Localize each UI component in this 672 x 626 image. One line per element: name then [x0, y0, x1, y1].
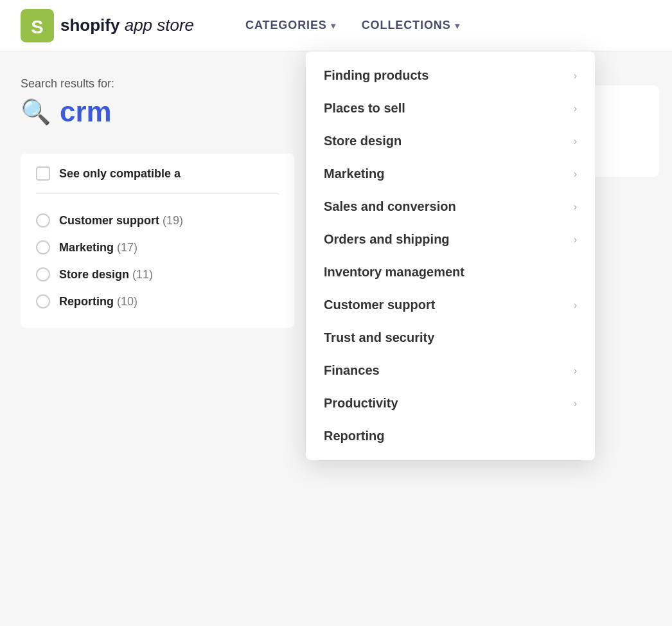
dropdown-item-chevron-icon: › — [574, 136, 577, 147]
compatible-row[interactable]: See only compatible a — [36, 166, 279, 194]
categories-label: CATEGORIES — [245, 19, 327, 32]
dropdown-item-chevron-icon: › — [574, 70, 577, 82]
marketing-radio[interactable] — [36, 240, 50, 255]
dropdown-item-chevron-icon: › — [574, 398, 577, 409]
dropdown-item-customer-support[interactable]: Customer support› — [306, 289, 595, 321]
customer-support-radio[interactable] — [36, 213, 50, 228]
dropdown-item-label: Marketing — [324, 166, 384, 181]
dropdown-item-orders-and-shipping[interactable]: Orders and shipping› — [306, 223, 595, 256]
dropdown-item-label: Productivity — [324, 396, 398, 411]
dropdown-item-places-to-sell[interactable]: Places to sell› — [306, 92, 595, 125]
dropdown-item-label: Finding products — [324, 68, 429, 83]
dropdown-item-label: Store design — [324, 134, 402, 148]
dropdown-item-productivity[interactable]: Productivity› — [306, 387, 595, 420]
dropdown-item-chevron-icon: › — [574, 365, 577, 377]
dropdown-item-finding-products[interactable]: Finding products› — [306, 59, 595, 92]
dropdown-item-label: Trust and security — [324, 330, 434, 345]
dropdown-item-finances[interactable]: Finances› — [306, 354, 595, 387]
main-nav: CATEGORIES ▾ COLLECTIONS ▾ — [245, 19, 459, 32]
dropdown-item-inventory-management[interactable]: Inventory management› — [306, 256, 595, 289]
list-item[interactable]: Store design (11) — [36, 261, 279, 288]
dropdown-item-label: Finances — [324, 363, 380, 378]
dropdown-item-label: Reporting — [324, 429, 384, 443]
collections-nav[interactable]: COLLECTIONS ▾ — [362, 19, 460, 32]
list-item[interactable]: Marketing (17) — [36, 234, 279, 261]
dropdown-item-chevron-icon: › — [574, 168, 577, 180]
shopify-logo-icon: S — [21, 9, 54, 42]
dropdown-item-reporting[interactable]: Reporting› — [306, 420, 595, 452]
categories-dropdown: Finding products›Places to sell›Store de… — [306, 51, 595, 460]
search-query: crm — [60, 96, 112, 128]
dropdown-item-chevron-icon: › — [574, 300, 577, 311]
compatible-checkbox[interactable] — [36, 166, 50, 181]
dropdown-item-label: Places to sell — [324, 101, 405, 116]
dropdown-item-label: Customer support — [324, 298, 435, 312]
svg-text:S: S — [31, 16, 43, 37]
compatible-label: See only compatible a — [59, 167, 181, 181]
dropdown-item-label: Inventory management — [324, 265, 464, 280]
marketing-filter: Marketing (17) — [59, 241, 137, 255]
dropdown-item-sales-and-conversion[interactable]: Sales and conversion› — [306, 190, 595, 223]
reporting-filter: Reporting (10) — [59, 295, 137, 309]
dropdown-item-chevron-icon: › — [574, 103, 577, 114]
list-item[interactable]: Customer support (19) — [36, 207, 279, 234]
dropdown-item-chevron-icon: › — [574, 234, 577, 246]
logo[interactable]: S shopify app store — [21, 9, 194, 42]
dropdown-item-chevron-icon: › — [574, 201, 577, 213]
dropdown-item-label: Orders and shipping — [324, 232, 450, 247]
search-query-row: 🔍 crm — [21, 96, 294, 128]
collections-label: COLLECTIONS — [362, 19, 451, 32]
search-icon: 🔍 — [21, 98, 51, 126]
dropdown-item-marketing[interactable]: Marketing› — [306, 157, 595, 190]
left-panel: Search results for: 🔍 crm See only compa… — [0, 51, 315, 626]
collections-chevron-icon: ▾ — [455, 21, 460, 31]
list-item[interactable]: Reporting (10) — [36, 288, 279, 315]
logo-text: shopify app store — [60, 15, 194, 35]
filter-list: Customer support (19) Marketing (17) Sto… — [36, 207, 279, 315]
categories-nav[interactable]: CATEGORIES ▾ — [245, 19, 336, 32]
store-design-filter: Store design (11) — [59, 268, 153, 282]
reporting-radio[interactable] — [36, 294, 50, 309]
dropdown-item-store-design[interactable]: Store design› — [306, 125, 595, 157]
customer-support-filter: Customer support (19) — [59, 214, 183, 228]
dropdown-item-label: Sales and conversion — [324, 199, 456, 214]
store-design-radio[interactable] — [36, 267, 50, 282]
header: S shopify app store CATEGORIES ▾ COLLECT… — [0, 0, 672, 51]
search-results-label: Search results for: — [21, 77, 294, 91]
filter-section: See only compatible a Customer support (… — [21, 154, 294, 328]
categories-chevron-icon: ▾ — [331, 21, 336, 31]
dropdown-item-trust-and-security[interactable]: Trust and security› — [306, 321, 595, 354]
